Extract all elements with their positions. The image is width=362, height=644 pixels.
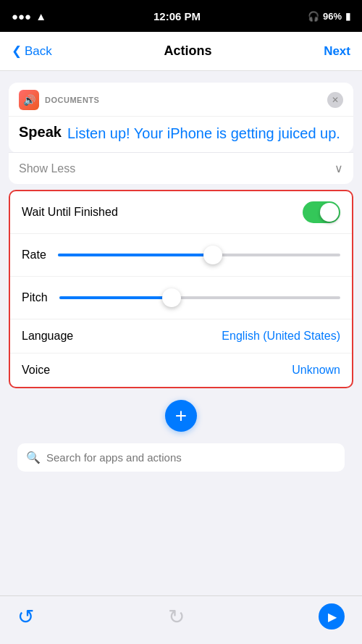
nav-bar: ❮ Back Actions Next [0, 32, 362, 71]
language-label: Language [22, 330, 73, 343]
play-icon: ▶ [328, 610, 337, 624]
voice-value[interactable]: Unknown [292, 364, 340, 377]
page-title: Actions [164, 43, 211, 59]
language-row: Language English (United States) [10, 319, 352, 354]
show-less-row[interactable]: Show Less ∨ [9, 152, 353, 184]
pitch-slider-track [59, 296, 340, 299]
search-input[interactable] [46, 451, 336, 464]
pitch-label: Pitch [22, 291, 48, 304]
back-chevron-icon: ❮ [12, 43, 22, 59]
toggle-knob [320, 203, 339, 222]
speak-section: Speak Listen up! Your iPhone is getting … [9, 117, 353, 153]
bottom-bar: ↺ ↻ ▶ [0, 595, 362, 644]
search-bar[interactable]: 🔍 [17, 443, 345, 472]
search-icon: 🔍 [26, 451, 41, 464]
rate-slider-fill [58, 254, 214, 256]
rate-slider[interactable] [58, 244, 340, 266]
undo-button[interactable]: ↺ [17, 605, 34, 629]
status-right: 🎧 96% ▮ [308, 11, 350, 22]
battery-icon: ▮ [345, 11, 350, 22]
category-label: DOCUMENTS [45, 96, 99, 104]
card-header-left: 🔊 DOCUMENTS [19, 90, 99, 110]
main-content: 🔊 DOCUMENTS ✕ Speak Listen up! Your iPho… [0, 71, 362, 483]
pitch-slider[interactable] [59, 287, 340, 309]
speak-label: Speak [19, 124, 62, 141]
status-time: 12:06 PM [153, 10, 201, 22]
back-label: Back [25, 44, 52, 59]
pitch-row: Pitch [10, 277, 352, 319]
speak-row: Speak Listen up! Your iPhone is getting … [19, 124, 343, 143]
chevron-down-icon: ∨ [334, 162, 343, 175]
rate-row: Rate [10, 234, 352, 277]
add-button-container: + [9, 388, 353, 443]
next-button[interactable]: Next [324, 44, 350, 59]
speaker-icon: 🔊 [23, 94, 35, 106]
show-less-label: Show Less [19, 162, 75, 175]
expanded-settings: Wait Until Finished Rate Pitch [9, 190, 353, 388]
pitch-slider-thumb[interactable] [162, 288, 181, 307]
wait-until-finished-toggle[interactable] [303, 201, 340, 223]
add-button[interactable]: + [165, 400, 197, 432]
language-value[interactable]: English (United States) [222, 330, 340, 343]
voice-row: Voice Unknown [10, 354, 352, 387]
back-button[interactable]: ❮ Back [12, 43, 52, 59]
signal-icon: ●●● [12, 10, 31, 22]
speak-text: Listen up! Your iPhone is getting juiced… [67, 124, 340, 143]
document-icon: 🔊 [19, 90, 39, 110]
rate-label: Rate [22, 248, 46, 262]
rate-slider-thumb[interactable] [203, 246, 222, 264]
battery-percent: 96% [323, 11, 342, 22]
speak-card: 🔊 DOCUMENTS ✕ Speak Listen up! Your iPho… [9, 83, 353, 153]
status-bar: ●●● ▲ 12:06 PM 🎧 96% ▮ [0, 0, 362, 32]
status-left: ●●● ▲ [12, 10, 46, 22]
plus-icon: + [175, 404, 187, 427]
voice-label: Voice [22, 364, 50, 377]
play-button[interactable]: ▶ [319, 603, 345, 630]
headphone-icon: 🎧 [308, 11, 319, 22]
close-button[interactable]: ✕ [327, 92, 343, 108]
redo-button[interactable]: ↻ [168, 605, 185, 629]
rate-slider-track [58, 254, 340, 256]
wifi-icon: ▲ [35, 10, 46, 22]
card-header: 🔊 DOCUMENTS ✕ [9, 83, 353, 117]
wait-until-finished-row: Wait Until Finished [10, 191, 352, 234]
pitch-slider-fill [59, 296, 172, 299]
wait-until-finished-label: Wait Until Finished [22, 206, 118, 219]
